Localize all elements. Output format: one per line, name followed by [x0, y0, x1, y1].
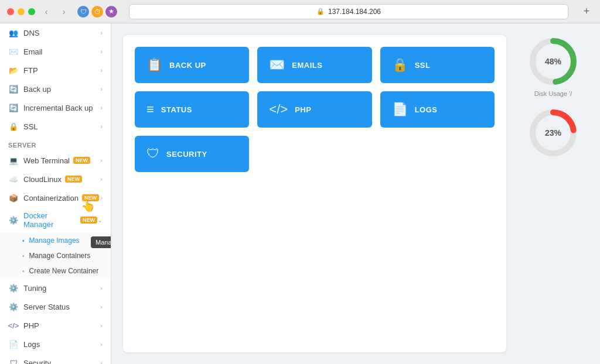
sidebar-item-create-container[interactable]: Create New Container	[0, 263, 111, 279]
ftp-icon: 📂	[8, 65, 19, 75]
docker-submenu: Manage Images Manage Docker Images Manag…	[0, 233, 111, 279]
backup-tile-icon: 📋	[146, 57, 162, 73]
backup-icon: 🔄	[8, 84, 19, 94]
new-badge: NEW	[65, 176, 82, 183]
browser-chrome: ‹ › 🛡 ⏱ ★ 🔒 137.184.184.206 +	[0, 0, 600, 23]
chevron-icon: ›	[100, 284, 103, 291]
sidebar-item-manage-images[interactable]: Manage Images Manage Docker Images	[0, 233, 111, 248]
ssl-tile-icon: 🔒	[392, 57, 408, 73]
new-badge: NEW	[80, 217, 97, 224]
chevron-icon: ›	[100, 176, 103, 183]
sidebar-item-label: Security	[23, 359, 51, 365]
browser-extension-icons: 🛡 ⏱ ★	[77, 6, 117, 18]
sidebar-item-label: PHP	[23, 321, 39, 330]
sidebar-item-label: Docker Manager	[23, 211, 77, 229]
status-tile-label: STATUS	[161, 105, 192, 114]
dns-icon: 👥	[8, 28, 19, 38]
security-tile-label: SECURITY	[166, 150, 207, 159]
main-panel: 📋 BACK UP ✉️ EMAILS 🔒 SSL ≡ STATUS <	[123, 35, 506, 352]
sidebar-item-label: Server Status	[23, 303, 70, 311]
chevron-icon: ›	[100, 123, 103, 130]
php-tile-label: PHP	[295, 105, 311, 114]
security-tile-icon: 🛡	[146, 146, 159, 162]
sidebar-item-ftp[interactable]: 📂 FTP ›	[0, 61, 111, 80]
disk-usage-percent: 48%	[545, 57, 562, 66]
server-section-header: SERVER	[0, 136, 111, 151]
lock-icon: 🔒	[316, 8, 325, 15]
traffic-lights	[7, 8, 35, 15]
tile-status[interactable]: ≡ STATUS	[135, 91, 249, 128]
back-button[interactable]: ‹	[40, 5, 53, 18]
main-layout: 👥 DNS › ✉️ Email › 📂 FTP › 🔄 Back up › 🔄…	[0, 23, 600, 364]
extension-icon-3[interactable]: ★	[105, 6, 117, 18]
sidebar-item-label: Containerization	[23, 194, 79, 202]
manage-images-label: Manage Images	[29, 236, 80, 245]
disk-usage-chart: 48% Disk Usage '/	[527, 35, 579, 97]
chevron-icon: ›	[100, 29, 103, 36]
disk-usage-svg: 48%	[527, 35, 579, 88]
server-status-icon: ⚙️	[8, 301, 19, 312]
backup-tile-label: BACK UP	[169, 61, 206, 70]
php-tile-icon: </>	[269, 102, 288, 117]
sidebar-item-incremental[interactable]: 🔄 Incremental Back up ›	[0, 98, 111, 117]
tiles-grid: 📋 BACK UP ✉️ EMAILS 🔒 SSL ≡ STATUS <	[135, 47, 495, 172]
url-text: 137.184.184.206	[328, 8, 381, 16]
tile-ssl[interactable]: 🔒 SSL	[380, 47, 495, 83]
sidebar-item-security[interactable]: 🛡 Security ›	[0, 353, 111, 364]
maximize-button[interactable]	[28, 8, 35, 15]
new-badge: NEW	[73, 157, 90, 164]
incremental-icon: 🔄	[8, 102, 19, 113]
sidebar-item-manage-containers[interactable]: Manage Containers	[0, 248, 111, 263]
cloudlinux-icon: ☁️	[8, 174, 19, 184]
sidebar-item-containerization[interactable]: 📦 Containerization NEW ›	[0, 188, 111, 207]
sidebar-item-label: Email	[23, 47, 43, 56]
emails-tile-label: EMAILS	[292, 61, 322, 70]
sidebar-item-backup[interactable]: 🔄 Back up ›	[0, 80, 111, 98]
sidebar-item-cloudlinux[interactable]: ☁️ CloudLinux NEW ›	[0, 170, 111, 188]
chevron-icon: ›	[100, 341, 103, 348]
extension-icon-2[interactable]: ⏱	[91, 6, 103, 18]
sidebar-item-php[interactable]: </> PHP ›	[0, 316, 111, 335]
chevron-expand-icon: ⌄	[97, 217, 103, 224]
chevron-icon: ›	[100, 157, 103, 164]
new-tab-button[interactable]: +	[580, 5, 593, 18]
sidebar: 👥 DNS › ✉️ Email › 📂 FTP › 🔄 Back up › 🔄…	[0, 23, 111, 364]
tile-logs[interactable]: 📄 LOGS	[380, 91, 495, 128]
sidebar-item-ssl-top[interactable]: 🔒 SSL ›	[0, 117, 111, 136]
tile-security[interactable]: 🛡 SECURITY	[135, 136, 249, 172]
sidebar-item-dns[interactable]: 👥 DNS ›	[0, 23, 111, 42]
logs-icon: 📄	[8, 339, 19, 349]
sidebar-item-email[interactable]: ✉️ Email ›	[0, 42, 111, 61]
sidebar-item-label: Logs	[23, 340, 40, 349]
minimize-button[interactable]	[18, 8, 25, 15]
sidebar-item-tuning[interactable]: ⚙️ Tuning ›	[0, 279, 111, 297]
sidebar-item-logs[interactable]: 📄 Logs ›	[0, 335, 111, 353]
chevron-icon: ›	[100, 303, 103, 310]
tile-php[interactable]: </> PHP	[257, 91, 371, 128]
sidebar-item-web-terminal[interactable]: 💻 Web Terminal NEW ›	[0, 151, 111, 170]
extension-icon-1[interactable]: 🛡	[77, 6, 89, 18]
chart2-container: 23%	[527, 107, 579, 159]
sidebar-item-label: Back up	[23, 85, 51, 94]
chevron-icon: ›	[100, 194, 103, 201]
chart2-percent: 23%	[545, 128, 562, 138]
sidebar-item-docker-manager[interactable]: ⚙️ Docker Manager NEW ⌄	[0, 207, 111, 233]
web-terminal-icon: 💻	[8, 155, 19, 166]
forward-button[interactable]: ›	[57, 5, 70, 18]
sidebar-item-label: SSL	[23, 122, 38, 131]
sidebar-item-server-status[interactable]: ⚙️ Server Status ›	[0, 297, 111, 316]
right-panel: 48% Disk Usage '/ 23%	[518, 35, 588, 352]
close-button[interactable]	[7, 8, 14, 15]
address-bar[interactable]: 🔒 137.184.184.206	[129, 4, 568, 19]
content-area: 📋 BACK UP ✉️ EMAILS 🔒 SSL ≡ STATUS <	[111, 23, 600, 364]
tile-emails[interactable]: ✉️ EMAILS	[257, 47, 371, 83]
status-tile-icon: ≡	[146, 102, 154, 117]
php-icon: </>	[8, 320, 19, 331]
security-icon: 🛡	[8, 358, 19, 364]
emails-tile-icon: ✉️	[269, 57, 285, 73]
sidebar-item-label: Incremental Back up	[23, 104, 93, 112]
logs-tile-label: LOGS	[415, 105, 438, 114]
ssl-tile-label: SSL	[415, 61, 431, 70]
tile-backup[interactable]: 📋 BACK UP	[135, 47, 249, 83]
manage-containers-label: Manage Containers	[29, 252, 91, 260]
